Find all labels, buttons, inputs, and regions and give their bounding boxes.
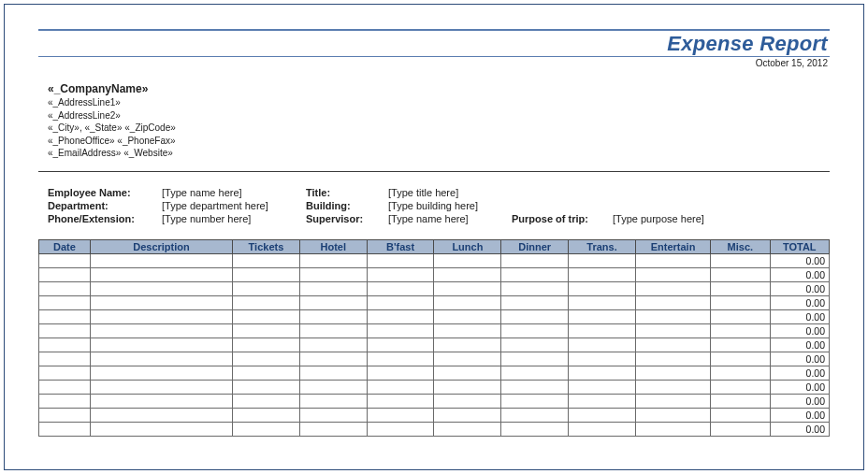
- table-cell[interactable]: [434, 352, 501, 366]
- table-cell[interactable]: [299, 422, 367, 436]
- table-cell[interactable]: [299, 338, 367, 352]
- row-total-cell[interactable]: 0.00: [770, 267, 829, 281]
- table-cell[interactable]: [90, 323, 232, 338]
- row-total-cell[interactable]: 0.00: [770, 366, 829, 380]
- row-total-cell[interactable]: 0.00: [770, 338, 829, 352]
- table-cell[interactable]: [635, 380, 710, 394]
- table-cell[interactable]: [569, 323, 636, 338]
- table-cell[interactable]: [635, 267, 710, 281]
- table-cell[interactable]: [711, 352, 770, 366]
- table-cell[interactable]: [711, 366, 770, 380]
- table-cell[interactable]: [39, 309, 91, 323]
- table-cell[interactable]: [711, 253, 770, 267]
- table-cell[interactable]: [233, 408, 300, 422]
- table-cell[interactable]: [233, 267, 300, 281]
- table-cell[interactable]: [39, 338, 91, 352]
- row-total-cell[interactable]: 0.00: [770, 253, 829, 267]
- table-cell[interactable]: [434, 295, 501, 309]
- table-cell[interactable]: [367, 380, 434, 394]
- table-cell[interactable]: [569, 352, 636, 366]
- table-cell[interactable]: [569, 267, 636, 281]
- table-cell[interactable]: [635, 394, 710, 408]
- table-cell[interactable]: [569, 394, 636, 408]
- table-cell[interactable]: [39, 366, 91, 380]
- table-cell[interactable]: [299, 366, 367, 380]
- row-total-cell[interactable]: 0.00: [770, 295, 829, 309]
- table-cell[interactable]: [90, 394, 232, 408]
- table-cell[interactable]: [90, 408, 232, 422]
- row-total-cell[interactable]: 0.00: [770, 380, 829, 394]
- table-cell[interactable]: [367, 408, 434, 422]
- table-cell[interactable]: [90, 295, 232, 309]
- table-cell[interactable]: [39, 323, 91, 338]
- table-cell[interactable]: [501, 338, 569, 352]
- table-cell[interactable]: [90, 338, 232, 352]
- table-cell[interactable]: [635, 309, 710, 323]
- table-cell[interactable]: [501, 309, 569, 323]
- table-cell[interactable]: [367, 323, 434, 338]
- row-total-cell[interactable]: 0.00: [770, 281, 829, 295]
- table-cell[interactable]: [569, 408, 636, 422]
- table-cell[interactable]: [233, 422, 300, 436]
- table-cell[interactable]: [39, 352, 91, 366]
- table-cell[interactable]: [299, 352, 367, 366]
- table-cell[interactable]: [299, 281, 367, 295]
- table-cell[interactable]: [367, 267, 434, 281]
- table-cell[interactable]: [569, 380, 636, 394]
- table-cell[interactable]: [90, 352, 232, 366]
- table-cell[interactable]: [367, 309, 434, 323]
- table-cell[interactable]: [434, 253, 501, 267]
- table-cell[interactable]: [367, 295, 434, 309]
- table-cell[interactable]: [434, 366, 501, 380]
- table-cell[interactable]: [501, 267, 569, 281]
- table-cell[interactable]: [501, 408, 569, 422]
- table-cell[interactable]: [635, 352, 710, 366]
- table-cell[interactable]: [434, 309, 501, 323]
- table-cell[interactable]: [367, 366, 434, 380]
- table-cell[interactable]: [233, 309, 300, 323]
- table-cell[interactable]: [39, 408, 91, 422]
- row-total-cell[interactable]: 0.00: [770, 309, 829, 323]
- table-cell[interactable]: [39, 394, 91, 408]
- table-cell[interactable]: [299, 267, 367, 281]
- table-cell[interactable]: [233, 323, 300, 338]
- table-cell[interactable]: [635, 408, 710, 422]
- row-total-cell[interactable]: 0.00: [770, 352, 829, 366]
- table-cell[interactable]: [501, 281, 569, 295]
- table-cell[interactable]: [90, 253, 232, 267]
- table-cell[interactable]: [90, 366, 232, 380]
- table-cell[interactable]: [39, 295, 91, 309]
- table-cell[interactable]: [711, 323, 770, 338]
- table-cell[interactable]: [501, 295, 569, 309]
- table-cell[interactable]: [711, 281, 770, 295]
- table-cell[interactable]: [233, 253, 300, 267]
- table-cell[interactable]: [90, 281, 232, 295]
- field-building[interactable]: [Type building here]: [388, 200, 510, 211]
- table-cell[interactable]: [501, 253, 569, 267]
- table-cell[interactable]: [635, 338, 710, 352]
- table-cell[interactable]: [434, 267, 501, 281]
- table-cell[interactable]: [233, 295, 300, 309]
- table-cell[interactable]: [635, 422, 710, 436]
- field-phone[interactable]: [Type number here]: [162, 213, 304, 224]
- table-cell[interactable]: [635, 366, 710, 380]
- table-cell[interactable]: [569, 309, 636, 323]
- table-cell[interactable]: [501, 380, 569, 394]
- table-cell[interactable]: [367, 422, 434, 436]
- table-cell[interactable]: [233, 366, 300, 380]
- field-department[interactable]: [Type department here]: [162, 200, 304, 211]
- table-cell[interactable]: [434, 422, 501, 436]
- table-cell[interactable]: [299, 408, 367, 422]
- table-cell[interactable]: [569, 338, 636, 352]
- table-cell[interactable]: [569, 366, 636, 380]
- table-cell[interactable]: [501, 323, 569, 338]
- table-cell[interactable]: [434, 323, 501, 338]
- table-cell[interactable]: [299, 309, 367, 323]
- table-cell[interactable]: [90, 422, 232, 436]
- table-cell[interactable]: [711, 309, 770, 323]
- table-cell[interactable]: [501, 352, 569, 366]
- table-cell[interactable]: [711, 295, 770, 309]
- table-cell[interactable]: [39, 380, 91, 394]
- table-cell[interactable]: [434, 408, 501, 422]
- table-cell[interactable]: [569, 253, 636, 267]
